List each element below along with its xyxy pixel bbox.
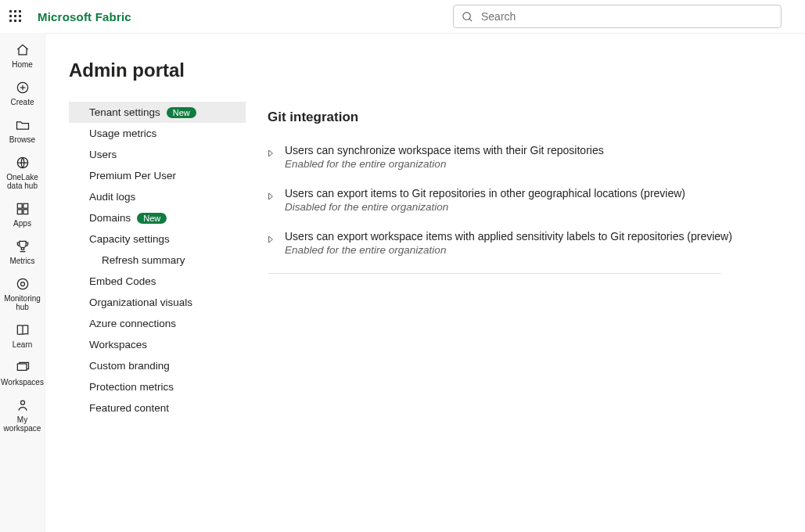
- settings-nav-item[interactable]: Audit logs: [69, 186, 246, 207]
- rail-item-label: Learn: [11, 340, 34, 349]
- rail-item-label: Home: [10, 60, 34, 69]
- settings-nav-label: Audit logs: [89, 191, 135, 203]
- trophy-icon: [14, 238, 31, 255]
- settings-nav-item[interactable]: Refresh summary: [69, 250, 246, 271]
- expand-caret-icon[interactable]: [268, 233, 275, 246]
- setting-status: Enabled for the entire organization: [285, 158, 604, 170]
- onelake-icon: [14, 154, 31, 171]
- rail-item-onelake[interactable]: OneLake data hub: [0, 150, 45, 196]
- settings-nav-label: Custom branding: [89, 360, 170, 372]
- rail-item-monitor[interactable]: Monitoring hub: [0, 271, 45, 318]
- setting-status: Disabled for the entire organization: [285, 201, 685, 213]
- rail-item-label: Metrics: [8, 257, 36, 265]
- search-input[interactable]: [480, 9, 773, 23]
- rail-item-label: Apps: [12, 219, 33, 228]
- settings-nav-label: Usage metrics: [89, 128, 156, 139]
- rail-item-label: Workspaces: [0, 378, 45, 386]
- home-icon: [14, 41, 31, 59]
- search-icon: [462, 11, 473, 23]
- svg-rect-7: [23, 203, 27, 208]
- setting-title: Users can synchronize workspace items wi…: [285, 144, 604, 156]
- workspaces-icon: [14, 359, 31, 376]
- brand-title: Microsoft Fabric: [38, 10, 131, 23]
- setting-status: Enabled for the entire organization: [285, 244, 732, 256]
- rail-item-apps[interactable]: Apps: [0, 196, 45, 234]
- settings-nav-item[interactable]: Premium Per User: [69, 165, 246, 186]
- rail-item-plus-circle[interactable]: Create: [0, 75, 45, 113]
- rail-item-label: My workspace: [0, 415, 45, 433]
- person-icon: [14, 397, 31, 414]
- monitor-icon: [14, 275, 31, 293]
- rail-item-label: Browse: [8, 135, 37, 144]
- settings-nav-item[interactable]: Organizational visuals: [69, 292, 246, 313]
- svg-rect-13: [17, 364, 27, 370]
- settings-nav-item[interactable]: Azure connections: [69, 313, 246, 334]
- rail-item-person[interactable]: My workspace: [0, 393, 45, 439]
- svg-rect-8: [17, 210, 22, 214]
- rail-item-label: Monitoring hub: [0, 294, 45, 311]
- setting-row[interactable]: Users can synchronize workspace items wi…: [268, 144, 805, 170]
- header: Microsoft Fabric: [0, 0, 805, 33]
- svg-point-14: [20, 401, 24, 404]
- svg-line-1: [469, 18, 472, 20]
- settings-nav-item[interactable]: Featured content: [69, 397, 246, 419]
- settings-nav-label: Embed Codes: [89, 275, 156, 287]
- page-title: Admin portal: [69, 59, 805, 81]
- setting-title: Users can export items to Git repositori…: [285, 187, 685, 200]
- left-rail: HomeCreateBrowseOneLake data hubAppsMetr…: [0, 33, 45, 532]
- rail-item-home[interactable]: Home: [0, 38, 45, 75]
- new-badge: New: [167, 107, 196, 118]
- rail-item-label: Create: [9, 98, 35, 106]
- setting-row[interactable]: Users can export workspace items with ap…: [268, 230, 805, 256]
- setting-title: Users can export workspace items with ap…: [285, 230, 732, 243]
- svg-point-11: [20, 282, 24, 286]
- book-icon: [14, 322, 31, 339]
- rail-item-label: OneLake data hub: [0, 173, 45, 190]
- settings-nav-item[interactable]: Embed Codes: [69, 271, 246, 292]
- settings-nav-label: Capacity settings: [89, 233, 170, 245]
- svg-rect-6: [17, 203, 22, 208]
- settings-nav-label: Users: [89, 149, 117, 160]
- svg-rect-9: [23, 210, 27, 214]
- settings-nav-label: Organizational visuals: [89, 297, 192, 308]
- settings-nav-label: Domains: [89, 212, 131, 224]
- settings-nav-label: Tenant settings: [89, 106, 160, 118]
- settings-nav-label: Refresh summary: [102, 254, 185, 266]
- setting-row[interactable]: Users can export items to Git repositori…: [268, 187, 805, 213]
- content-pane: Git integration Users can synchronize wo…: [246, 102, 805, 419]
- svg-point-10: [17, 279, 27, 289]
- settings-nav-item[interactable]: Protection metrics: [69, 376, 246, 397]
- settings-nav-item[interactable]: Custom branding: [69, 355, 246, 376]
- settings-nav-label: Workspaces: [89, 339, 147, 350]
- settings-nav-label: Azure connections: [89, 318, 176, 329]
- settings-nav-item[interactable]: Users: [69, 144, 246, 165]
- expand-caret-icon[interactable]: [268, 190, 275, 203]
- app-launcher-icon[interactable]: [9, 10, 22, 23]
- settings-nav: Tenant settingsNewUsage metricsUsersPrem…: [69, 102, 246, 419]
- settings-nav-item[interactable]: Usage metrics: [69, 123, 246, 144]
- search-box[interactable]: [453, 5, 782, 28]
- section-divider: [268, 273, 721, 274]
- settings-nav-label: Featured content: [89, 402, 169, 414]
- section-title: Git integration: [268, 110, 805, 125]
- settings-nav-item[interactable]: DomainsNew: [69, 207, 246, 228]
- rail-item-folder[interactable]: Browse: [0, 113, 45, 150]
- settings-nav-label: Premium Per User: [89, 170, 176, 182]
- rail-item-workspaces[interactable]: Workspaces: [0, 355, 45, 393]
- rail-item-book[interactable]: Learn: [0, 318, 45, 355]
- settings-nav-item[interactable]: Workspaces: [69, 334, 246, 355]
- folder-icon: [14, 117, 31, 134]
- plus-circle-icon: [14, 79, 31, 96]
- settings-nav-item[interactable]: Capacity settings: [69, 228, 246, 250]
- expand-caret-icon[interactable]: [268, 147, 275, 160]
- rail-item-trophy[interactable]: Metrics: [0, 234, 45, 271]
- settings-nav-label: Protection metrics: [89, 381, 174, 393]
- settings-nav-item[interactable]: Tenant settingsNew: [69, 102, 246, 123]
- apps-icon: [14, 200, 31, 217]
- new-badge: New: [137, 213, 167, 224]
- main-region: Admin portal Tenant settingsNewUsage met…: [45, 33, 805, 532]
